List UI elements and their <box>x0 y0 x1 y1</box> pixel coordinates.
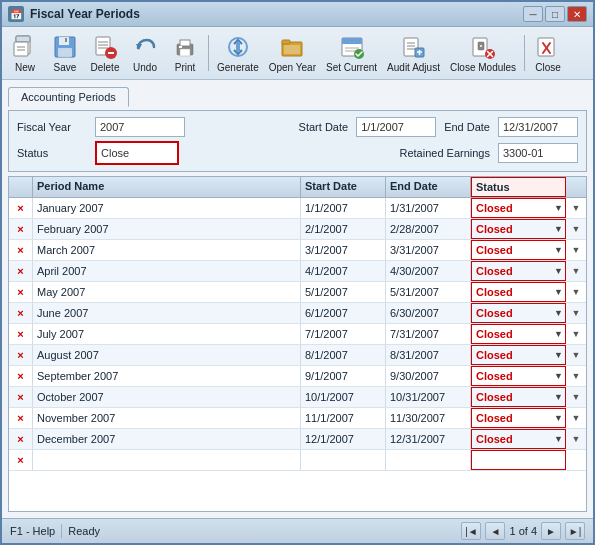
save-icon <box>51 33 79 61</box>
audit-adjust-icon <box>400 33 428 61</box>
svg-rect-25 <box>284 45 300 54</box>
row-dropdown[interactable]: ▼ <box>566 429 586 449</box>
delete-label: Delete <box>91 62 120 73</box>
row-dropdown[interactable]: ▼ <box>566 345 586 365</box>
row-end: 4/30/2007 <box>386 261 471 281</box>
dropdown-arrow-icon[interactable]: ▼ <box>554 371 563 381</box>
row-icon: × <box>9 219 33 239</box>
new-button[interactable]: New <box>6 30 44 76</box>
end-date-input[interactable] <box>498 117 578 137</box>
dropdown-arrow-icon[interactable]: ▼ <box>554 392 563 402</box>
row-dropdown[interactable]: ▼ <box>566 240 586 260</box>
dropdown-arrow-icon[interactable]: ▼ <box>554 350 563 360</box>
row-end: 3/31/2007 <box>386 240 471 260</box>
delete-button[interactable]: Delete <box>86 30 124 76</box>
form-row-1: Fiscal Year Start Date End Date <box>17 117 578 137</box>
dropdown-arrow-icon[interactable]: ▼ <box>554 287 563 297</box>
row-status[interactable]: Closed ▼ <box>471 282 566 302</box>
help-text: F1 - Help <box>10 525 55 537</box>
col-header-status: Status <box>471 177 566 197</box>
dropdown-arrow-icon[interactable]: ▼ <box>554 434 563 444</box>
open-year-button[interactable]: Open Year <box>265 30 320 76</box>
empty-row-period <box>33 450 301 470</box>
nav-last-button[interactable]: ►| <box>565 522 585 540</box>
row-icon: × <box>9 345 33 365</box>
dropdown-arrow-icon[interactable]: ▼ <box>554 308 563 318</box>
row-dropdown[interactable]: ▼ <box>566 366 586 386</box>
table-row: × July 2007 7/1/2007 7/31/2007 Closed ▼ … <box>9 324 586 345</box>
row-dropdown[interactable]: ▼ <box>566 282 586 302</box>
nav-next-button[interactable]: ► <box>541 522 561 540</box>
close-modules-label: Close Modules <box>450 62 516 73</box>
row-dropdown[interactable]: ▼ <box>566 303 586 323</box>
row-start: 5/1/2007 <box>301 282 386 302</box>
svg-rect-6 <box>59 37 69 45</box>
dropdown-arrow-icon[interactable]: ▼ <box>554 266 563 276</box>
fiscal-year-input[interactable] <box>95 117 185 137</box>
dropdown-arrow-icon[interactable]: ▼ <box>554 245 563 255</box>
close-button[interactable]: Close <box>529 30 567 76</box>
retained-earnings-input[interactable] <box>498 143 578 163</box>
row-status[interactable]: Closed ▼ <box>471 261 566 281</box>
row-status[interactable]: Closed ▼ <box>471 198 566 218</box>
row-status[interactable]: Closed ▼ <box>471 429 566 449</box>
row-icon: × <box>9 261 33 281</box>
end-date-label: End Date <box>444 121 490 133</box>
nav-first-button[interactable]: |◄ <box>461 522 481 540</box>
set-current-button[interactable]: Set Current <box>322 30 381 76</box>
periods-table: Period Name Start Date End Date Status ×… <box>8 176 587 512</box>
row-dropdown[interactable]: ▼ <box>566 261 586 281</box>
undo-button[interactable]: Undo <box>126 30 164 76</box>
close-label: Close <box>535 62 561 73</box>
row-end: 6/30/2007 <box>386 303 471 323</box>
col-header-period-name: Period Name <box>33 177 301 197</box>
row-start: 10/1/2007 <box>301 387 386 407</box>
row-status[interactable]: Closed ▼ <box>471 345 566 365</box>
row-status[interactable]: Closed ▼ <box>471 219 566 239</box>
row-icon: × <box>9 387 33 407</box>
generate-button[interactable]: Generate <box>213 30 263 76</box>
row-status[interactable]: Closed ▼ <box>471 324 566 344</box>
undo-label: Undo <box>133 62 157 73</box>
window-close-button[interactable]: ✕ <box>567 6 587 22</box>
row-dropdown[interactable]: ▼ <box>566 198 586 218</box>
generate-icon <box>224 33 252 61</box>
row-dropdown[interactable]: ▼ <box>566 324 586 344</box>
delete-icon <box>91 33 119 61</box>
tab-accounting-periods[interactable]: Accounting Periods <box>8 87 129 107</box>
print-button[interactable]: Print <box>166 30 204 76</box>
table-row: × March 2007 3/1/2007 3/31/2007 Closed ▼… <box>9 240 586 261</box>
maximize-button[interactable]: □ <box>545 6 565 22</box>
new-icon <box>11 33 39 61</box>
undo-icon <box>131 33 159 61</box>
start-date-input[interactable] <box>356 117 436 137</box>
row-dropdown[interactable]: ▼ <box>566 387 586 407</box>
row-dropdown[interactable]: ▼ <box>566 219 586 239</box>
audit-adjust-button[interactable]: Audit Adjust <box>383 30 444 76</box>
row-status[interactable]: Closed ▼ <box>471 387 566 407</box>
status-input[interactable] <box>97 143 177 163</box>
dropdown-arrow-icon[interactable]: ▼ <box>554 203 563 213</box>
row-icon: × <box>9 429 33 449</box>
svg-rect-18 <box>180 40 190 46</box>
table-row: × August 2007 8/1/2007 8/31/2007 Closed … <box>9 345 586 366</box>
minimize-button[interactable]: ─ <box>523 6 543 22</box>
dropdown-arrow-icon[interactable]: ▼ <box>554 413 563 423</box>
table-body: × January 2007 1/1/2007 1/31/2007 Closed… <box>9 198 586 511</box>
svg-point-40 <box>480 45 482 47</box>
row-status[interactable]: Closed ▼ <box>471 408 566 428</box>
dropdown-arrow-icon[interactable]: ▼ <box>554 224 563 234</box>
row-status[interactable]: Closed ▼ <box>471 240 566 260</box>
nav-prev-button[interactable]: ◄ <box>485 522 505 540</box>
row-dropdown[interactable]: ▼ <box>566 408 586 428</box>
nav-bar: |◄ ◄ 1 of 4 ► ►| <box>461 522 585 540</box>
row-status[interactable]: Closed ▼ <box>471 366 566 386</box>
save-button[interactable]: Save <box>46 30 84 76</box>
close-modules-icon <box>469 33 497 61</box>
close-modules-button[interactable]: Close Modules <box>446 30 520 76</box>
row-period: January 2007 <box>33 198 301 218</box>
start-date-label: Start Date <box>299 121 349 133</box>
empty-row-status <box>471 450 566 470</box>
dropdown-arrow-icon[interactable]: ▼ <box>554 329 563 339</box>
row-status[interactable]: Closed ▼ <box>471 303 566 323</box>
